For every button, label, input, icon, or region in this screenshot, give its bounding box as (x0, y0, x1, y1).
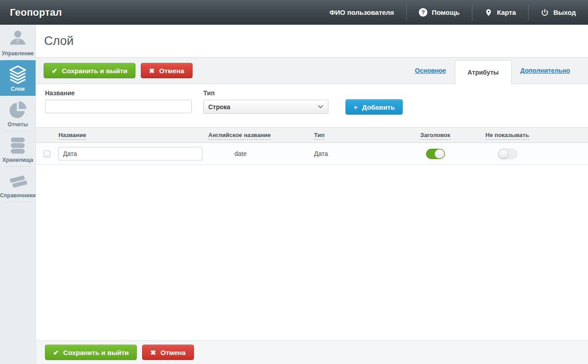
tab-main[interactable]: Основное (406, 58, 455, 84)
sort-type[interactable]: Тип (314, 132, 324, 140)
sidebar-item-layers[interactable]: Слои (0, 60, 36, 96)
table-row: date Дата (36, 143, 588, 165)
cancel-label: Отмена (159, 67, 184, 75)
sidebar-label: Справочники (0, 192, 36, 199)
brand-title: Геопортал (0, 7, 62, 18)
x-icon: ✖ (150, 349, 156, 356)
row-type-value: Дата (314, 150, 328, 157)
cancel-label: Отмена (161, 349, 186, 356)
row-title-toggle-cell (407, 149, 463, 159)
type-select-value: Строка (208, 103, 230, 111)
pie-chart-icon (8, 100, 28, 120)
type-field-label: Тип (203, 89, 328, 97)
type-select[interactable]: Строка (203, 100, 328, 114)
tab-bar: Основное Атрибуты Дополнительно (406, 58, 588, 84)
check-icon: ✔ (52, 67, 58, 74)
sort-title[interactable]: Заголовок (420, 132, 450, 140)
row-hide-toggle-cell (463, 149, 551, 159)
map-pin-icon (485, 9, 493, 17)
title-toggle[interactable] (426, 149, 445, 159)
hide-toggle[interactable] (498, 149, 517, 159)
column-header-en-name: Английское название (205, 132, 310, 138)
tab-attributes[interactable]: Атрибуты (455, 60, 511, 84)
logout-menu-item[interactable]: Выход (529, 0, 588, 25)
column-header-type: Тип (310, 132, 407, 138)
sort-en-name[interactable]: Английское название (208, 132, 271, 140)
name-field-label: Название (45, 89, 192, 97)
user-name-link[interactable]: ФИО пользователя (317, 0, 406, 25)
header-menu: ФИО пользователя ? Помощь Карта Выход (317, 0, 588, 25)
sidebar: Управление Слои Отчеты Хранилища Справоч… (0, 25, 36, 364)
page-layout: Управление Слои Отчеты Хранилища Справоч… (0, 25, 588, 364)
row-en-name-value: date (208, 150, 247, 157)
plus-icon: + (354, 104, 358, 111)
save-exit-button[interactable]: ✔ Сохранить и выйти (44, 63, 135, 78)
column-header-hide: Не показывать (463, 132, 551, 138)
x-icon: ✖ (149, 67, 155, 74)
books-icon (8, 171, 28, 191)
type-field-group: Тип Строка (203, 89, 328, 127)
sidebar-label: Управление (2, 50, 34, 57)
attribute-form: Название Тип Строка + Добавить (36, 84, 588, 127)
app-header: Геопортал ФИО пользователя ? Помощь Карт… (0, 0, 588, 25)
sidebar-item-dictionaries[interactable]: Справочники (0, 167, 36, 202)
tab-additional[interactable]: Дополнительно (512, 58, 579, 84)
title-area: Слой (36, 25, 588, 57)
user-name-label: ФИО пользователя (329, 9, 394, 16)
database-icon (8, 135, 28, 155)
page-title: Слой (44, 34, 74, 48)
layers-icon (8, 64, 28, 84)
sort-hide[interactable]: Не показывать (485, 132, 529, 140)
toggle-knob (498, 149, 508, 159)
map-menu-item[interactable]: Карта (472, 0, 528, 25)
attributes-table-header: Название Английское название Тип Заголов… (36, 127, 588, 143)
row-name-input[interactable] (58, 147, 202, 160)
toggle-knob (435, 149, 444, 159)
content-filler (36, 165, 588, 340)
name-field-group: Название (45, 89, 192, 127)
sort-name[interactable]: Название (58, 132, 86, 140)
row-select-checkbox[interactable] (44, 151, 50, 157)
main-content: Слой ✔ Сохранить и выйти ✖ Отмена Основн… (36, 25, 588, 364)
cancel-button[interactable]: ✖ Отмена (141, 63, 192, 78)
help-label: Помощь (432, 9, 460, 16)
row-type-cell: Дата (310, 150, 407, 157)
chevron-down-icon (317, 103, 324, 110)
help-icon: ? (419, 8, 427, 17)
help-menu-item[interactable]: ? Помощь (407, 0, 472, 25)
sidebar-item-management[interactable]: Управление (0, 25, 36, 60)
user-icon (8, 29, 28, 49)
column-header-title: Заголовок (407, 132, 463, 138)
sidebar-label: Отчеты (8, 121, 28, 128)
save-exit-button-bottom[interactable]: ✔ Сохранить и выйти (45, 345, 137, 360)
add-label: Добавить (362, 103, 395, 111)
check-icon: ✔ (53, 349, 59, 356)
save-exit-label: Сохранить и выйти (63, 349, 129, 356)
logout-label: Выход (553, 9, 576, 16)
power-icon (541, 9, 549, 17)
sidebar-label: Хранилища (2, 157, 33, 163)
save-exit-label: Сохранить и выйти (62, 67, 128, 75)
map-label: Карта (497, 9, 516, 16)
footer-toolbar: ✔ Сохранить и выйти ✖ Отмена (36, 340, 588, 364)
row-name-cell (58, 147, 205, 160)
toolbar-band: ✔ Сохранить и выйти ✖ Отмена Основное Ат… (36, 57, 588, 84)
column-header-name: Название (58, 132, 205, 138)
row-checkbox-cell (36, 151, 58, 157)
add-button-wrap: + Добавить (346, 89, 403, 127)
cancel-button-bottom[interactable]: ✖ Отмена (142, 345, 193, 360)
attribute-name-input[interactable] (45, 100, 192, 113)
row-en-name-cell: date (205, 150, 310, 157)
sidebar-item-storages[interactable]: Хранилища (0, 131, 36, 167)
add-attribute-button[interactable]: + Добавить (346, 99, 403, 115)
sidebar-item-reports[interactable]: Отчеты (0, 96, 36, 131)
sidebar-label: Слои (11, 86, 25, 92)
